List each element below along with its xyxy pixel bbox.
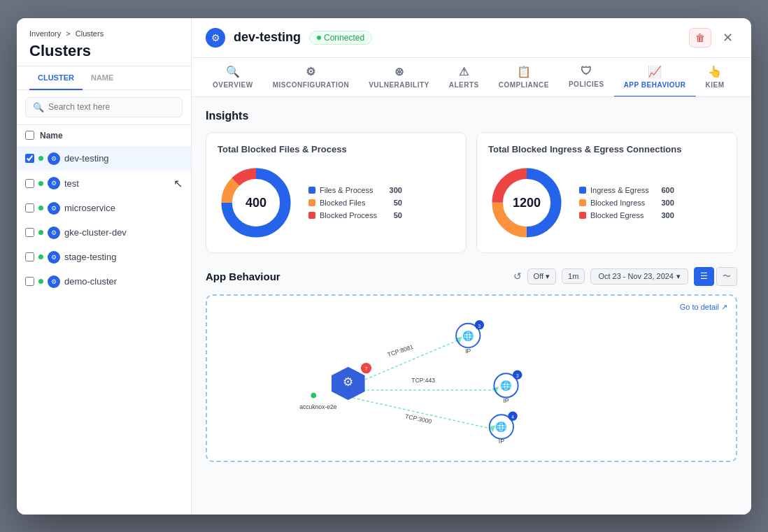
- alerts-icon: ⚠: [459, 65, 469, 78]
- app-behaviour-header: App Behaviour ↺ Off ▾ 1m Oct 23 - Nov 23…: [206, 267, 737, 286]
- legend1: Files & Process 300 Blocked Files 50 Blo…: [308, 186, 402, 220]
- vuln-icon: ⊛: [394, 65, 404, 78]
- cluster-item[interactable]: ⚙ test ↖: [17, 171, 191, 196]
- cluster-name: test: [64, 178, 79, 189]
- panel-content: Insights Total Blocked Files & Process: [192, 97, 751, 515]
- cluster-name: microservice: [64, 203, 115, 213]
- cluster-name: gke-cluster-dev: [64, 227, 127, 238]
- nav-tabs: 🔍 OVERVIEW ⚙ MISCONFIGURATION ⊛ VULNERAB…: [192, 58, 751, 97]
- list-view-button[interactable]: ☰: [694, 267, 714, 286]
- cluster-icon: ⚙: [48, 251, 60, 264]
- cluster-icon: ⚙: [48, 202, 60, 215]
- legend-dot: [579, 199, 586, 206]
- cluster-checkbox-test[interactable]: [25, 179, 34, 188]
- interval-btn[interactable]: 1m: [562, 268, 585, 284]
- tab-misconfiguration[interactable]: ⚙ MISCONFIGURATION: [263, 58, 359, 97]
- donut-row: 400 Files & Process 300 Blocked Files: [218, 164, 455, 241]
- cluster-item[interactable]: ⚙ microservice: [17, 196, 191, 221]
- overview-icon: 🔍: [226, 65, 241, 78]
- cluster-name: demo-cluster: [64, 276, 117, 287]
- network-graph: TCP:8081 TCP:443 TCP:3000 ⚙ 7 accuknox-e…: [218, 307, 725, 447]
- tab-overview[interactable]: 🔍 OVERVIEW: [203, 58, 263, 97]
- close-button[interactable]: ✕: [718, 29, 737, 47]
- svg-text:🌐: 🌐: [500, 380, 512, 391]
- cluster-name: dev-testing: [64, 153, 109, 164]
- tab-compliance[interactable]: 📋 COMPLIANCE: [489, 58, 559, 97]
- svg-text:3: 3: [478, 323, 481, 328]
- svg-text:TCP:8081: TCP:8081: [386, 343, 414, 357]
- cluster-icon: ⚙: [48, 275, 60, 288]
- graph-view-button[interactable]: 〜: [716, 267, 737, 286]
- name-column-header: Name: [40, 131, 63, 141]
- svg-text:3: 3: [516, 373, 519, 378]
- off-toggle[interactable]: Off ▾: [527, 268, 556, 285]
- svg-text:⚙: ⚙: [343, 375, 353, 389]
- search-box: 🔍: [25, 97, 183, 117]
- sidebar-search: 🔍: [17, 90, 191, 125]
- svg-text:accuknox-e2e: accuknox-e2e: [299, 403, 337, 410]
- legend-dot: [308, 199, 315, 206]
- cluster-list-header: Name: [17, 125, 191, 147]
- cluster-icon: ⚙: [48, 177, 60, 189]
- svg-text:TCP:443: TCP:443: [411, 376, 435, 383]
- cluster-checkbox-demo[interactable]: [25, 277, 34, 286]
- svg-line-10: [348, 396, 492, 429]
- card1-title: Total Blocked Files & Process: [218, 144, 455, 154]
- cluster-icon: ⚙: [48, 227, 60, 239]
- cluster-item[interactable]: ⚙ demo-cluster: [17, 270, 191, 294]
- donut2-center: 1200: [513, 195, 541, 210]
- select-all-checkbox[interactable]: [25, 131, 34, 140]
- tab-vulnerability[interactable]: ⊛ VULNERABILITY: [359, 58, 439, 97]
- date-range-button[interactable]: Oct 23 - Nov 23, 2024 ▾: [590, 268, 688, 285]
- svg-text:IP: IP: [503, 397, 509, 404]
- legend-label: Ingress & Egress: [590, 186, 649, 194]
- legend-label: Blocked Ingress: [590, 199, 645, 207]
- legend-label: Blocked Files: [320, 199, 365, 207]
- tab-policies[interactable]: 🛡 POLICIES: [559, 58, 614, 97]
- cluster-checkbox-dev-testing[interactable]: [25, 154, 34, 163]
- tab-alerts[interactable]: ⚠ ALERTS: [439, 58, 489, 97]
- panel-header: ⚙ dev-testing Connected 🗑 ✕: [192, 18, 751, 58]
- page-title: Clusters: [29, 42, 178, 60]
- cluster-item[interactable]: ⚙ gke-cluster-dev: [17, 221, 191, 245]
- tab-kiem[interactable]: 👆 KIEM: [696, 58, 734, 97]
- svg-point-21: [311, 392, 316, 398]
- tab-cluster[interactable]: CLUSTER: [29, 66, 83, 90]
- legend-dot: [308, 187, 315, 194]
- app-behaviour-title: App Behaviour: [206, 271, 506, 282]
- refresh-button[interactable]: ↺: [513, 271, 522, 282]
- svg-text:IP: IP: [465, 347, 471, 354]
- policies-icon: 🛡: [581, 65, 592, 78]
- main-panel: ⚙ dev-testing Connected 🗑 ✕ 🔍 OVERVIEW ⚙…: [192, 18, 751, 515]
- go-to-detail-link[interactable]: Go to detail ↗: [680, 303, 727, 312]
- panel-actions: 🗑 ✕: [689, 28, 737, 48]
- status-label: Connected: [324, 33, 364, 43]
- legend-label: Blocked Egress: [590, 211, 643, 220]
- legend-label: Blocked Process: [320, 211, 377, 220]
- legend-val: 300: [381, 186, 402, 194]
- legend-dot: [579, 187, 586, 194]
- legend-dot: [308, 212, 315, 219]
- delete-button[interactable]: 🗑: [689, 28, 711, 48]
- cluster-list: Name ⚙ dev-testing ⚙ test ↖ ⚙ microservi…: [17, 125, 191, 515]
- donut1-center: 400: [246, 195, 266, 210]
- donut2: 1200: [488, 164, 565, 241]
- cluster-item[interactable]: ⚙ dev-testing: [17, 147, 191, 171]
- panel-title: dev-testing: [234, 30, 301, 45]
- cluster-item[interactable]: ⚙ stage-testing: [17, 245, 191, 270]
- cluster-name: stage-testing: [64, 252, 116, 262]
- legend-item: Files & Process 300: [308, 186, 402, 194]
- cluster-checkbox-gke[interactable]: [25, 228, 34, 237]
- legend-item: Blocked Egress 300: [579, 211, 674, 220]
- misconfig-icon: ⚙: [306, 65, 316, 78]
- external-link-icon: ↗: [721, 303, 727, 312]
- tab-app-behaviour[interactable]: 📈 APP BEHAVIOUR: [614, 58, 696, 97]
- cluster-checkbox-stage[interactable]: [25, 252, 34, 261]
- legend-val: 50: [381, 199, 402, 207]
- search-input[interactable]: [48, 102, 175, 112]
- insights-title: Insights: [206, 110, 737, 122]
- tab-name[interactable]: NAME: [83, 66, 122, 90]
- svg-text:TCP:3000: TCP:3000: [404, 412, 432, 425]
- cluster-checkbox-microservice[interactable]: [25, 203, 34, 213]
- cluster-logo: ⚙: [206, 28, 225, 48]
